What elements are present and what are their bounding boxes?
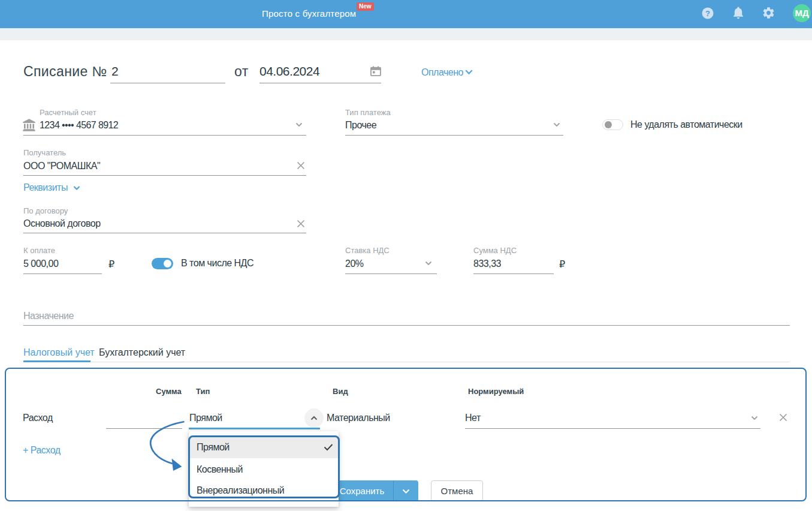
svg-text:?: ? <box>705 9 710 18</box>
